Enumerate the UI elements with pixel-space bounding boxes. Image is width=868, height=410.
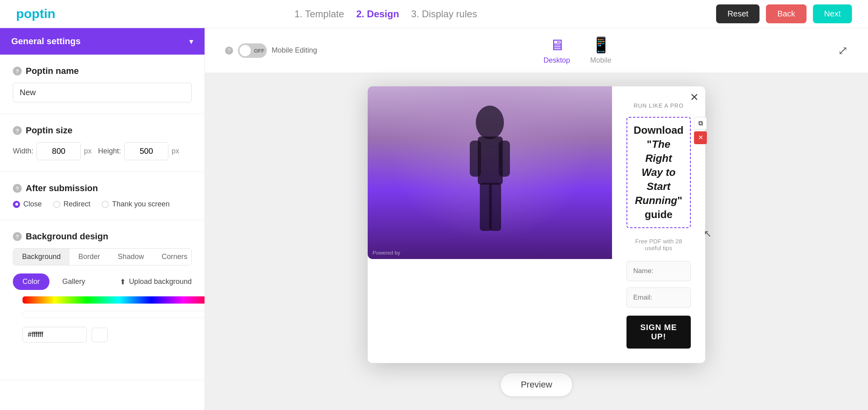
mobile-editing-label: Mobile Editing (272, 46, 317, 55)
color-spectrum-slider[interactable] (23, 296, 205, 304)
radio-close[interactable]: Close (13, 200, 42, 208)
mobile-editing-toggle[interactable]: OFF (238, 43, 267, 58)
preview-btn-row: Preview (500, 373, 573, 397)
svg-rect-3 (499, 141, 510, 177)
poptin-name-help-icon: ? (13, 67, 22, 75)
background-design-section: ? Background design Background Border Sh… (0, 220, 205, 380)
popup-cta-button[interactable]: SIGN ME UP! (626, 316, 691, 349)
desktop-icon: 🖥 (549, 37, 565, 54)
height-label: Height: (98, 147, 121, 155)
popup-email-field[interactable] (626, 288, 691, 308)
width-label: Width: (13, 147, 33, 155)
left-panel: General settings ▾ ? Poptin name ? Popti… (0, 28, 205, 410)
panel-title: General settings (11, 36, 80, 47)
mobile-label: Mobile (590, 56, 612, 65)
bg-tab-corners[interactable]: Corners (153, 249, 192, 265)
svg-rect-5 (489, 183, 501, 231)
poptin-size-section: ? Poptin size Width: px Height: px (0, 114, 205, 172)
popup-close-button[interactable]: ✕ (690, 91, 699, 104)
mobile-tab[interactable]: 📱 Mobile (590, 36, 612, 65)
radio-thank-you[interactable]: Thank you screen (102, 200, 170, 208)
panel-collapse-icon: ▾ (189, 37, 193, 46)
logo: poptin (16, 6, 55, 21)
color-button[interactable]: Color (13, 273, 49, 290)
cursor-indicator: ↖ (704, 228, 712, 239)
popup-title-box[interactable]: Download "The Right Way to Start Running… (626, 117, 691, 228)
width-px-label: px (84, 147, 92, 155)
preview-toolbar: ? OFF Mobile Editing 🖥 Desktop 📱 M (205, 28, 868, 73)
mobile-editing-help-icon: ? (225, 47, 233, 55)
expand-button[interactable]: ⤢ (838, 43, 848, 57)
height-field: Height: px (98, 142, 179, 160)
nav-actions: Reset Back Next (716, 4, 852, 23)
after-submission-help-icon: ? (13, 184, 22, 193)
upload-icon: ⬆ (120, 277, 126, 286)
width-field: Width: px (13, 142, 92, 160)
popup-name-field[interactable] (626, 261, 691, 281)
next-button[interactable]: Next (813, 4, 852, 23)
svg-rect-2 (470, 141, 481, 177)
bg-design-label: ? Background design (13, 231, 192, 242)
height-input[interactable] (124, 142, 168, 160)
color-gallery-row: Color Gallery ⬆ Upload background (13, 273, 192, 290)
reset-button[interactable]: Reset (716, 4, 760, 23)
bg-tab-border[interactable]: Border (70, 249, 109, 265)
copy-element-button[interactable]: ⧉ (694, 117, 707, 130)
popup-content-panel: RUN LIKE A PRO Download "The Right Way t… (612, 86, 705, 363)
popup-image-panel: Powered by (368, 86, 612, 259)
bg-design-help-icon: ? (13, 232, 22, 241)
poptin-name-label: ? Poptin name (13, 66, 192, 76)
back-button[interactable]: Back (766, 4, 806, 23)
popup-preview-area: ✕ Powered by (205, 73, 868, 410)
poptin-name-section: ? Poptin name (0, 55, 205, 114)
color-inputs (23, 327, 205, 343)
popup-subtitle: Free PDF with 28 useful tips (626, 238, 691, 251)
poptin-name-input[interactable] (13, 83, 192, 102)
main-layout: General settings ▾ ? Poptin name ? Popti… (0, 28, 868, 410)
mobile-icon: 📱 (592, 36, 610, 54)
height-px-label: px (172, 147, 179, 155)
desktop-label: Desktop (543, 56, 570, 65)
hex-color-input[interactable] (23, 327, 87, 343)
after-submission-label: ? After submission (13, 183, 192, 194)
popup-title-actions: ⧉ ✕ (694, 117, 707, 144)
nav-step-1[interactable]: 1. Template (295, 8, 344, 20)
general-settings-header[interactable]: General settings ▾ (0, 28, 205, 55)
mobile-editing-section: ? OFF Mobile Editing (225, 43, 317, 58)
popup-pre-title: RUN LIKE A PRO (626, 102, 691, 109)
bg-tab-shadow[interactable]: Shadow (109, 249, 153, 265)
nav-step-2[interactable]: 2. Design (356, 8, 399, 20)
popup-title: Download "The Right Way to Start Running… (634, 123, 684, 222)
width-input[interactable] (37, 142, 81, 160)
top-navigation: poptin 1. Template 2. Design 3. Display … (0, 0, 868, 28)
radio-close-dot (13, 201, 20, 208)
bg-tab-background[interactable]: Background (13, 249, 70, 265)
logo-text: poptin (16, 6, 55, 21)
size-row: Width: px Height: px (13, 142, 192, 160)
powered-by-label: Powered by (373, 250, 400, 256)
upload-background-button[interactable]: ⬆ Upload background (120, 277, 192, 286)
athlete-figure (446, 86, 534, 259)
gallery-button[interactable]: Gallery (56, 273, 92, 290)
toggle-off-label: OFF (254, 47, 264, 53)
popup-title-container: Download "The Right Way to Start Running… (626, 117, 691, 232)
preview-button[interactable]: Preview (500, 373, 573, 397)
delete-element-button[interactable]: ✕ (694, 131, 707, 144)
svg-point-0 (476, 106, 504, 139)
poptin-size-help-icon: ? (13, 126, 22, 135)
color-opacity-slider[interactable] (23, 311, 205, 318)
poptin-size-label: ? Poptin size (13, 125, 192, 136)
popup-wrapper: ✕ Powered by (368, 86, 705, 363)
radio-redirect-dot (53, 201, 60, 208)
right-panel: ? OFF Mobile Editing 🖥 Desktop 📱 M (205, 28, 868, 410)
color-controls (23, 296, 205, 343)
nav-step-3[interactable]: 3. Display rules (411, 8, 477, 20)
bg-design-tabs: Background Border Shadow Corners (13, 248, 192, 265)
after-submission-section: ? After submission Close Redirect Thank … (0, 172, 205, 220)
radio-redirect[interactable]: Redirect (53, 200, 90, 208)
submission-radio-group: Close Redirect Thank you screen (13, 200, 192, 208)
radio-thank-you-dot (102, 201, 109, 208)
nav-steps: 1. Template 2. Design 3. Display rules (295, 8, 477, 20)
desktop-tab[interactable]: 🖥 Desktop (543, 37, 570, 65)
device-tabs: 🖥 Desktop 📱 Mobile (543, 36, 611, 65)
